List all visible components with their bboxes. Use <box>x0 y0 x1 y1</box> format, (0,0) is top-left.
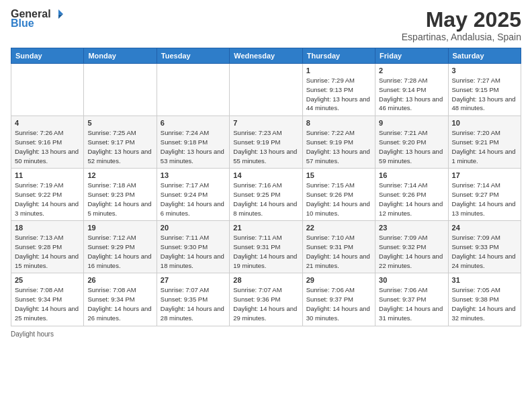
day-info: Sunrise: 7:06 AMSunset: 9:37 PMDaylight:… <box>379 285 444 322</box>
day-cell <box>157 64 229 116</box>
day-number: 10 <box>452 119 517 127</box>
week-row-5: 25Sunrise: 7:08 AMSunset: 9:34 PMDayligh… <box>11 273 521 326</box>
day-cell <box>11 64 84 116</box>
day-cell: 29Sunrise: 7:06 AMSunset: 9:37 PMDayligh… <box>302 273 375 326</box>
day-number: 27 <box>161 276 226 284</box>
day-cell: 7Sunrise: 7:23 AMSunset: 9:19 PMDaylight… <box>230 116 302 169</box>
day-number: 29 <box>306 276 371 284</box>
day-number: 18 <box>15 224 80 232</box>
day-cell: 26Sunrise: 7:08 AMSunset: 9:34 PMDayligh… <box>84 273 157 326</box>
day-cell: 2Sunrise: 7:28 AMSunset: 9:14 PMDaylight… <box>375 64 448 116</box>
day-number: 15 <box>306 171 371 179</box>
day-cell: 11Sunrise: 7:19 AMSunset: 9:22 PMDayligh… <box>11 169 84 221</box>
day-cell <box>230 64 302 116</box>
day-cell: 12Sunrise: 7:18 AMSunset: 9:23 PMDayligh… <box>84 169 157 221</box>
week-row-3: 11Sunrise: 7:19 AMSunset: 9:22 PMDayligh… <box>11 169 521 221</box>
day-cell: 30Sunrise: 7:06 AMSunset: 9:37 PMDayligh… <box>375 273 448 326</box>
day-number: 2 <box>379 66 444 75</box>
day-cell: 22Sunrise: 7:10 AMSunset: 9:31 PMDayligh… <box>302 221 375 273</box>
day-cell: 19Sunrise: 7:12 AMSunset: 9:29 PMDayligh… <box>84 221 157 273</box>
day-number: 21 <box>233 224 298 232</box>
day-info: Sunrise: 7:08 AMSunset: 9:34 PMDaylight:… <box>87 285 152 322</box>
day-number: 9 <box>379 119 444 127</box>
day-info: Sunrise: 7:28 AMSunset: 9:14 PMDaylight:… <box>379 76 444 113</box>
week-row-1: 1Sunrise: 7:29 AMSunset: 9:13 PMDaylight… <box>11 64 521 116</box>
day-cell: 14Sunrise: 7:16 AMSunset: 9:25 PMDayligh… <box>230 169 302 221</box>
col-wednesday: Wednesday <box>230 48 302 64</box>
col-tuesday: Tuesday <box>157 48 229 64</box>
day-number: 1 <box>306 66 371 75</box>
day-cell: 25Sunrise: 7:08 AMSunset: 9:34 PMDayligh… <box>11 273 84 326</box>
day-cell <box>84 64 157 116</box>
day-cell: 8Sunrise: 7:22 AMSunset: 9:19 PMDaylight… <box>302 116 375 169</box>
day-info: Sunrise: 7:13 AMSunset: 9:28 PMDaylight:… <box>15 233 80 270</box>
day-info: Sunrise: 7:22 AMSunset: 9:19 PMDaylight:… <box>306 128 371 165</box>
day-info: Sunrise: 7:17 AMSunset: 9:24 PMDaylight:… <box>161 181 226 218</box>
col-thursday: Thursday <box>302 48 375 64</box>
day-cell: 18Sunrise: 7:13 AMSunset: 9:28 PMDayligh… <box>11 221 84 273</box>
day-cell: 21Sunrise: 7:11 AMSunset: 9:31 PMDayligh… <box>230 221 302 273</box>
day-info: Sunrise: 7:25 AMSunset: 9:17 PMDaylight:… <box>87 128 152 165</box>
day-cell: 28Sunrise: 7:07 AMSunset: 9:36 PMDayligh… <box>230 273 302 326</box>
subtitle: Espartinas, Andalusia, Spain <box>402 32 521 42</box>
day-info: Sunrise: 7:24 AMSunset: 9:18 PMDaylight:… <box>161 128 226 165</box>
day-cell: 10Sunrise: 7:20 AMSunset: 9:21 PMDayligh… <box>448 116 521 169</box>
calendar-header-row: Sunday Monday Tuesday Wednesday Thursday… <box>11 48 521 64</box>
day-number: 4 <box>15 119 80 127</box>
day-number: 23 <box>379 224 444 232</box>
title-area: May 2025 Espartinas, Andalusia, Spain <box>402 8 521 42</box>
day-info: Sunrise: 7:11 AMSunset: 9:31 PMDaylight:… <box>233 233 298 270</box>
day-info: Sunrise: 7:26 AMSunset: 9:16 PMDaylight:… <box>15 128 80 165</box>
day-info: Sunrise: 7:07 AMSunset: 9:36 PMDaylight:… <box>233 285 298 322</box>
day-info: Sunrise: 7:09 AMSunset: 9:33 PMDaylight:… <box>452 233 517 270</box>
day-number: 17 <box>452 171 517 179</box>
day-cell: 5Sunrise: 7:25 AMSunset: 9:17 PMDaylight… <box>84 116 157 169</box>
day-info: Sunrise: 7:09 AMSunset: 9:32 PMDaylight:… <box>379 233 444 270</box>
day-cell: 9Sunrise: 7:21 AMSunset: 9:20 PMDaylight… <box>375 116 448 169</box>
main-title: May 2025 <box>402 8 521 32</box>
footer: Daylight hours <box>11 330 521 338</box>
day-number: 26 <box>87 276 152 284</box>
day-number: 31 <box>452 276 517 284</box>
daylight-label: Daylight hours <box>11 330 54 338</box>
day-cell: 15Sunrise: 7:15 AMSunset: 9:26 PMDayligh… <box>302 169 375 221</box>
day-info: Sunrise: 7:05 AMSunset: 9:38 PMDaylight:… <box>452 285 517 322</box>
day-cell: 6Sunrise: 7:24 AMSunset: 9:18 PMDaylight… <box>157 116 229 169</box>
day-cell: 23Sunrise: 7:09 AMSunset: 9:32 PMDayligh… <box>375 221 448 273</box>
logo-blue: Blue <box>11 17 34 30</box>
day-info: Sunrise: 7:20 AMSunset: 9:21 PMDaylight:… <box>452 128 517 165</box>
day-cell: 20Sunrise: 7:11 AMSunset: 9:30 PMDayligh… <box>157 221 229 273</box>
day-number: 13 <box>161 171 226 179</box>
page: General Blue May 2025 Espartinas, Andalu… <box>0 0 532 411</box>
week-row-4: 18Sunrise: 7:13 AMSunset: 9:28 PMDayligh… <box>11 221 521 273</box>
day-info: Sunrise: 7:12 AMSunset: 9:29 PMDaylight:… <box>87 233 152 270</box>
svg-marker-0 <box>58 9 63 15</box>
day-cell: 24Sunrise: 7:09 AMSunset: 9:33 PMDayligh… <box>448 221 521 273</box>
day-info: Sunrise: 7:18 AMSunset: 9:23 PMDaylight:… <box>87 181 152 218</box>
day-info: Sunrise: 7:15 AMSunset: 9:26 PMDaylight:… <box>306 181 371 218</box>
day-info: Sunrise: 7:27 AMSunset: 9:15 PMDaylight:… <box>452 76 517 113</box>
day-info: Sunrise: 7:11 AMSunset: 9:30 PMDaylight:… <box>161 233 226 270</box>
day-number: 8 <box>306 119 371 127</box>
svg-marker-1 <box>58 14 63 19</box>
logo-flag-icon <box>52 8 64 20</box>
day-info: Sunrise: 7:07 AMSunset: 9:35 PMDaylight:… <box>161 285 226 322</box>
day-number: 3 <box>452 66 517 75</box>
day-info: Sunrise: 7:23 AMSunset: 9:19 PMDaylight:… <box>233 128 298 165</box>
day-info: Sunrise: 7:19 AMSunset: 9:22 PMDaylight:… <box>15 181 80 218</box>
day-cell: 3Sunrise: 7:27 AMSunset: 9:15 PMDaylight… <box>448 64 521 116</box>
day-cell: 31Sunrise: 7:05 AMSunset: 9:38 PMDayligh… <box>448 273 521 326</box>
day-cell: 4Sunrise: 7:26 AMSunset: 9:16 PMDaylight… <box>11 116 84 169</box>
day-cell: 13Sunrise: 7:17 AMSunset: 9:24 PMDayligh… <box>157 169 229 221</box>
day-number: 14 <box>233 171 298 179</box>
day-number: 28 <box>233 276 298 284</box>
day-info: Sunrise: 7:06 AMSunset: 9:37 PMDaylight:… <box>306 285 371 322</box>
day-number: 7 <box>233 119 298 127</box>
day-info: Sunrise: 7:29 AMSunset: 9:13 PMDaylight:… <box>306 76 371 113</box>
day-info: Sunrise: 7:10 AMSunset: 9:31 PMDaylight:… <box>306 233 371 270</box>
day-info: Sunrise: 7:14 AMSunset: 9:26 PMDaylight:… <box>379 181 444 218</box>
day-number: 5 <box>87 119 152 127</box>
day-number: 19 <box>87 224 152 232</box>
header: General Blue May 2025 Espartinas, Andalu… <box>11 8 521 42</box>
day-number: 24 <box>452 224 517 232</box>
